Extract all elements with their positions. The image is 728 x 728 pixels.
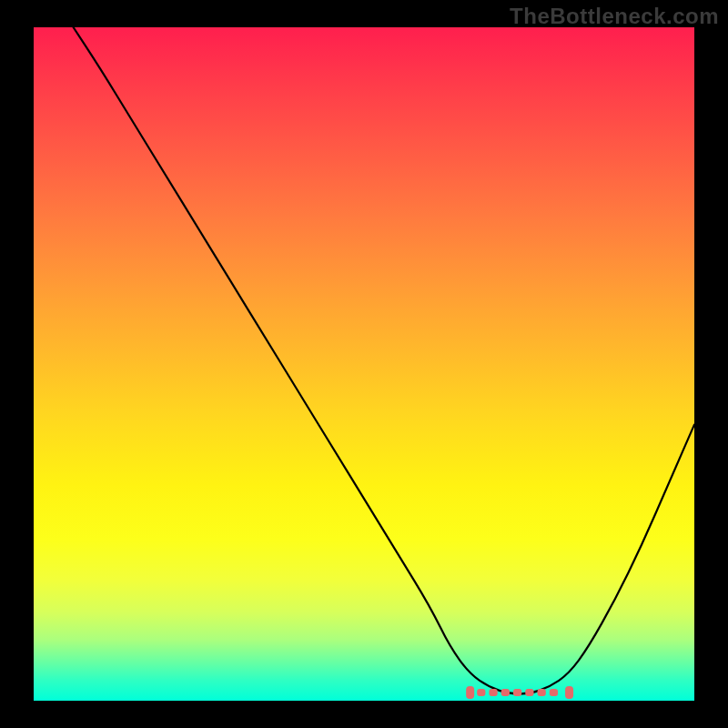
watermark-text: TheBottleneck.com (510, 4, 719, 29)
curve-svg (34, 27, 694, 701)
flat-region-dash (489, 689, 497, 696)
flat-region-dash (550, 689, 558, 696)
flat-region-markers (466, 686, 573, 699)
flat-region-dash (513, 689, 521, 696)
bottleneck-curve-path (74, 27, 694, 694)
flat-region-dash (501, 689, 510, 696)
flat-region-cap-right (565, 686, 573, 699)
plot-area (34, 27, 694, 701)
flat-region-dash (538, 689, 546, 696)
chart-frame: TheBottleneck.com (0, 0, 728, 728)
flat-region-dash (477, 689, 485, 696)
flat-region-dash (525, 689, 533, 696)
flat-region-cap-left (466, 686, 474, 699)
